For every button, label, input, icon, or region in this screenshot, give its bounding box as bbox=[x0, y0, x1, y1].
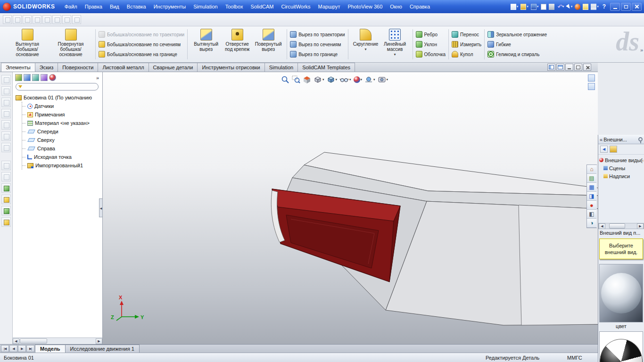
side-tool-icon-9[interactable] bbox=[1, 172, 11, 181]
zoom-area-icon[interactable] bbox=[292, 75, 300, 84]
move-button[interactable]: Перенос bbox=[452, 30, 481, 39]
linear-pattern-dropdown-icon[interactable]: ▾ bbox=[394, 52, 396, 57]
view-orientation-icon[interactable]: ▾ bbox=[314, 75, 324, 84]
dome-button[interactable]: Купол bbox=[452, 50, 481, 58]
tab-surfaces[interactable]: Поверхности bbox=[58, 63, 98, 72]
rib-button[interactable]: Ребро bbox=[416, 30, 446, 39]
viewport-pane-icon-2[interactable] bbox=[588, 83, 595, 90]
side-tool-icon-6[interactable] bbox=[1, 132, 11, 141]
dropdown-arrow-icon[interactable]: ▾ bbox=[562, 5, 564, 8]
tab-sketch[interactable]: Эскиз bbox=[35, 63, 58, 72]
model-right-face[interactable] bbox=[519, 205, 598, 325]
scrollbar-thumb[interactable] bbox=[20, 338, 47, 344]
pin-icon[interactable] bbox=[638, 137, 643, 141]
swept-boss-button[interactable]: Бобышка/основание по траектории bbox=[99, 30, 184, 39]
menu-circuitworks[interactable]: CircuitWorks bbox=[277, 2, 314, 11]
propertymanager-icon[interactable] bbox=[24, 74, 31, 81]
restore-document-icon[interactable] bbox=[574, 64, 582, 71]
dropdown-arrow-icon[interactable]: ▾ bbox=[597, 5, 599, 8]
tab-model[interactable]: Модель bbox=[35, 345, 66, 353]
dropdown-arrow-icon[interactable]: ▾ bbox=[361, 78, 363, 82]
menu-solidcam[interactable]: SolidCAM bbox=[247, 2, 278, 11]
lofted-boss-button[interactable]: Бобышка/основание по сечениям bbox=[99, 40, 184, 49]
side-tool-icon-11[interactable] bbox=[1, 195, 11, 204]
dropdown-arrow-icon[interactable]: ▾ bbox=[336, 78, 338, 82]
open-icon[interactable]: ▾ bbox=[520, 2, 529, 11]
side-tool-icon-8[interactable] bbox=[1, 161, 11, 170]
section-view-icon[interactable] bbox=[303, 75, 311, 84]
tree-item-annotations[interactable]: Примечания bbox=[22, 110, 102, 119]
note-icon[interactable] bbox=[582, 2, 589, 11]
open-folder-icon[interactable] bbox=[610, 146, 617, 153]
tree-item-origin[interactable]: Исходная точка bbox=[22, 153, 102, 161]
menu-view[interactable]: Вид bbox=[106, 2, 123, 11]
tab-render-tools[interactable]: Инструменты отрисовки bbox=[197, 63, 264, 72]
taskpane-item-decals[interactable]: Надписи bbox=[599, 172, 643, 180]
menu-photoview-360[interactable]: PhotoView 360 bbox=[344, 2, 387, 11]
view-palette-icon[interactable]: ◨ bbox=[587, 192, 596, 201]
toolbar-icon-6[interactable] bbox=[52, 15, 61, 24]
mirror-button[interactable]: Зеркальное отражение bbox=[487, 30, 547, 39]
back-icon[interactable]: ◀ bbox=[600, 146, 608, 153]
tab-solidcam-templates[interactable]: SolidCAM Templates bbox=[297, 63, 355, 72]
menu-toolbox[interactable]: Toolbox bbox=[222, 2, 247, 11]
next-tab-icon[interactable]: ▶ bbox=[18, 345, 26, 352]
undo-icon[interactable]: ▾ bbox=[556, 2, 565, 11]
side-tool-icon-3[interactable] bbox=[1, 98, 11, 107]
ribbon-overflow-icon[interactable]: » bbox=[640, 47, 643, 53]
toolbar-icon-3[interactable] bbox=[23, 15, 32, 24]
side-tool-icon-5[interactable] bbox=[1, 120, 11, 130]
color-swatch[interactable] bbox=[599, 264, 643, 322]
prev-tab-icon[interactable]: ◀ bbox=[9, 345, 17, 352]
lofted-cut-button[interactable]: Вырез по сечениям bbox=[290, 40, 345, 49]
first-tab-icon[interactable]: |◀ bbox=[1, 345, 9, 352]
extruded-boss-button[interactable]: Вытянутая бобышка/основание bbox=[6, 28, 49, 57]
toolbar-icon-5[interactable] bbox=[42, 15, 51, 24]
taskpane-item-appearances[interactable]: Внешние виды(с bbox=[599, 156, 643, 164]
measure-button[interactable]: Измерить bbox=[452, 40, 481, 49]
displaymanager-icon[interactable] bbox=[49, 74, 56, 81]
configurationmanager-icon[interactable] bbox=[32, 74, 39, 81]
collapse-chevrons-icon[interactable]: « bbox=[600, 137, 603, 142]
toolbar-icon-1[interactable] bbox=[3, 15, 12, 24]
display-style-icon[interactable]: ▾ bbox=[327, 75, 338, 84]
tile-pane-icon[interactable] bbox=[556, 64, 564, 71]
toolbar-icon-2[interactable] bbox=[13, 15, 22, 24]
tab-features[interactable]: Элементы bbox=[1, 63, 35, 72]
dropdown-arrow-icon[interactable]: ▾ bbox=[537, 5, 539, 8]
boundary-cut-button[interactable]: Вырез по границе bbox=[290, 50, 345, 58]
scroll-left-icon[interactable]: ◀ bbox=[599, 223, 605, 229]
tree-filter-box[interactable] bbox=[16, 83, 99, 90]
scroll-left-icon[interactable]: ◀ bbox=[13, 338, 19, 344]
zoom-fit-icon[interactable] bbox=[281, 75, 289, 84]
dimxpert-icon[interactable] bbox=[41, 74, 48, 81]
document-recovery-icon[interactable]: ◑ bbox=[587, 219, 596, 228]
side-tool-icon-7[interactable] bbox=[1, 143, 11, 152]
menu-insert[interactable]: Вставка bbox=[123, 2, 150, 11]
draft-button[interactable]: Уклон bbox=[416, 40, 446, 49]
boundary-boss-button[interactable]: Бобышка/основание на границе bbox=[99, 50, 184, 58]
appearances-tab-icon[interactable]: ● bbox=[587, 201, 596, 210]
viewport-pane-icon-1[interactable] bbox=[588, 74, 595, 82]
units-indicator[interactable]: ММГС bbox=[567, 355, 582, 361]
dropdown-arrow-icon[interactable]: ▾ bbox=[373, 78, 375, 82]
tree-item-sensors[interactable]: Датчики bbox=[22, 102, 102, 110]
tree-item-imported[interactable]: Импортированный1 bbox=[22, 161, 102, 170]
tab-weldments[interactable]: Сварные детали bbox=[149, 63, 198, 72]
side-tool-icon-4[interactable] bbox=[1, 109, 11, 118]
side-tool-icon-13[interactable] bbox=[1, 217, 11, 227]
scroll-right-icon[interactable]: ▶ bbox=[96, 338, 102, 344]
restore-button[interactable] bbox=[621, 3, 631, 11]
swept-cut-button[interactable]: Вырез по траектории bbox=[290, 30, 345, 39]
taskpane-item-scenes[interactable]: Сцены bbox=[599, 164, 643, 172]
shell-button[interactable]: Оболочка bbox=[416, 50, 446, 58]
render-icon[interactable] bbox=[574, 2, 581, 11]
fillet-button[interactable]: Скругление ▾ bbox=[351, 28, 380, 51]
tree-item-front-plane[interactable]: Спереди bbox=[22, 127, 102, 136]
side-tool-icon-1[interactable] bbox=[1, 75, 11, 84]
menu-file[interactable]: Файл bbox=[61, 2, 81, 11]
revolved-cut-button[interactable]: Повернутый вырез bbox=[253, 28, 284, 52]
select-icon[interactable]: ▾ bbox=[566, 2, 574, 11]
hide-show-items-icon[interactable]: ▾ bbox=[339, 75, 351, 84]
dropdown-arrow-icon[interactable]: ▾ bbox=[387, 78, 388, 82]
